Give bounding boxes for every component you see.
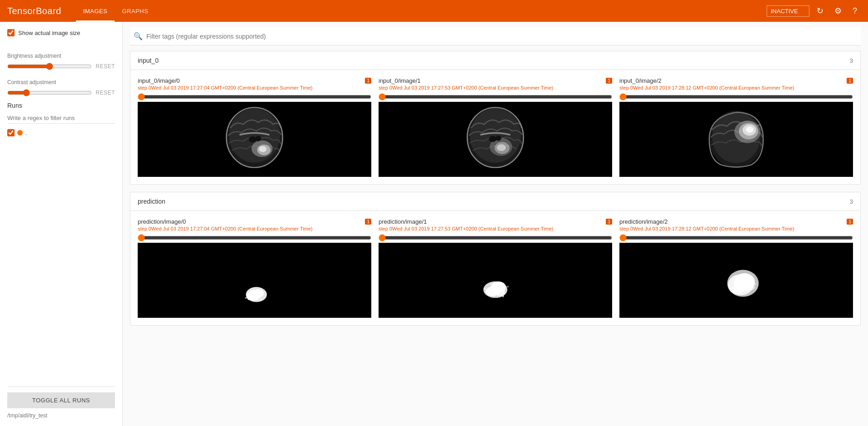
svg-rect-41 xyxy=(507,286,509,287)
svg-rect-55 xyxy=(754,283,757,285)
image-card-pred-1: prediction/image/1 1 step 0Wed Jul 03 20… xyxy=(379,218,612,318)
brightness-slider-row: RESET xyxy=(7,63,115,70)
step-slider-pred-0[interactable] xyxy=(138,234,371,241)
image-card-input-0-2: input_0/image/2 1 step 0Wed Jul 03 2019 … xyxy=(619,77,853,177)
nav-link-images[interactable]: IMAGES xyxy=(76,0,115,22)
section-input-0-count: 3 xyxy=(850,57,853,64)
image-badge-pred-0: 1 xyxy=(365,219,371,225)
section-input-0-images: input_0/image/0 1 step 0Wed Jul 03 2019 … xyxy=(130,70,860,184)
svg-rect-56 xyxy=(736,278,738,280)
svg-point-44 xyxy=(494,287,499,291)
svg-point-6 xyxy=(249,136,257,142)
brightness-label: Brightness adjustment xyxy=(7,53,115,59)
sidebar-footer: TOGGLE ALL RUNS /tmp/aidl/try_test xyxy=(7,386,115,419)
image-title-pred-2: prediction/image/2 1 xyxy=(619,218,853,225)
svg-point-14 xyxy=(497,144,506,151)
image-card-input-0-1: input_0/image/1 1 step 0Wed Jul 03 2019 … xyxy=(379,77,612,177)
pred-image-2 xyxy=(619,243,853,318)
brain-image-0-1 xyxy=(379,102,612,177)
brain-svg-0-0 xyxy=(138,102,371,177)
show-actual-size-label: Show actual image size xyxy=(18,30,80,36)
run-name: . xyxy=(25,130,27,136)
svg-point-51 xyxy=(745,276,754,284)
svg-point-7 xyxy=(255,136,261,141)
topnav-right: INACTIVE 30 sec 1 min 5 min ↻ ⚙ ? xyxy=(767,4,861,18)
runs-filter-input[interactable] xyxy=(7,113,115,124)
brightness-section: Brightness adjustment RESET xyxy=(7,45,115,72)
step-slider-0-1[interactable] xyxy=(379,93,612,100)
step-slider-0-2[interactable] xyxy=(619,93,853,100)
settings-button[interactable]: ⚙ xyxy=(831,4,845,18)
pred-svg-0 xyxy=(138,243,371,318)
svg-rect-31 xyxy=(248,299,249,300)
image-badge-0-1: 1 xyxy=(606,78,612,84)
image-title-input-0-2: input_0/image/2 1 xyxy=(619,77,853,84)
main-content: 🔍 input_0 3 input_0/image/0 1 step 0Wed … xyxy=(123,22,868,426)
search-icon: 🔍 xyxy=(134,32,143,40)
runs-label: Runs xyxy=(7,102,115,109)
svg-rect-32 xyxy=(262,291,264,292)
image-subtitle-pred-1: step 0Wed Jul 03 2019 17:27:53 GMT+0200 … xyxy=(379,226,612,231)
svg-rect-53 xyxy=(731,287,733,288)
image-title-input-0-1: input_0/image/1 1 xyxy=(379,77,612,84)
svg-point-24 xyxy=(746,126,753,132)
toggle-all-runs-button[interactable]: TOGGLE ALL RUNS xyxy=(7,392,115,408)
image-badge-pred-1: 1 xyxy=(606,219,612,225)
show-image-size-row: Show actual image size xyxy=(7,29,115,36)
section-prediction-count: 3 xyxy=(850,198,853,205)
layout: Show actual image size Brightness adjust… xyxy=(0,22,868,426)
image-title-pred-1: prediction/image/1 1 xyxy=(379,218,612,225)
image-badge-0-2: 1 xyxy=(847,78,853,84)
run-item: . xyxy=(7,129,115,136)
svg-rect-39 xyxy=(484,288,486,289)
image-card-pred-0: prediction/image/0 1 step 0Wed Jul 03 20… xyxy=(138,218,371,318)
image-title-input-0-0: input_0/image/0 1 xyxy=(138,77,371,84)
refresh-button[interactable]: ↻ xyxy=(813,4,827,18)
help-button[interactable]: ? xyxy=(849,5,861,18)
brain-image-0-0 xyxy=(138,102,371,177)
tag-filter-input[interactable] xyxy=(146,33,857,40)
sidebar: Show actual image size Brightness adjust… xyxy=(0,22,123,426)
step-slider-pred-1[interactable] xyxy=(379,234,612,241)
contrast-label: Contrast adjustment xyxy=(7,79,115,85)
section-prediction-images: prediction/image/0 1 step 0Wed Jul 03 20… xyxy=(130,211,860,325)
section-input-0: input_0 3 input_0/image/0 1 step 0Wed Ju… xyxy=(130,51,861,185)
run-path: /tmp/aidl/try_test xyxy=(7,412,47,419)
status-select-wrap: INACTIVE 30 sec 1 min 5 min xyxy=(767,5,809,17)
contrast-slider[interactable] xyxy=(7,89,92,96)
show-actual-size-checkbox[interactable] xyxy=(7,29,15,36)
svg-rect-54 xyxy=(733,291,734,293)
step-slider-pred-2[interactable] xyxy=(619,234,853,241)
svg-point-15 xyxy=(489,136,497,142)
svg-rect-40 xyxy=(487,293,489,295)
svg-rect-33 xyxy=(260,298,261,300)
topnav: TensorBoard IMAGES GRAPHS INACTIVE 30 se… xyxy=(0,0,868,22)
image-subtitle-0-0: step 0Wed Jul 03 2019 17:27:04 GMT+0200 … xyxy=(138,85,371,90)
filter-bar: 🔍 xyxy=(130,27,861,45)
brightness-reset-button[interactable]: RESET xyxy=(95,63,115,70)
run-checkbox[interactable] xyxy=(7,129,15,136)
status-select[interactable]: INACTIVE 30 sec 1 min 5 min xyxy=(767,5,809,17)
contrast-section: Contrast adjustment RESET xyxy=(7,72,115,98)
image-card-input-0-0: input_0/image/0 1 step 0Wed Jul 03 2019 … xyxy=(138,77,371,177)
image-badge-pred-2: 1 xyxy=(847,219,853,225)
section-prediction-header: prediction 3 xyxy=(130,192,860,211)
run-color-dot xyxy=(17,130,23,135)
contrast-reset-button[interactable]: RESET xyxy=(95,90,115,96)
section-prediction-title: prediction xyxy=(138,198,165,205)
nav-link-graphs[interactable]: GRAPHS xyxy=(115,0,155,22)
brain-svg-0-1 xyxy=(379,102,612,177)
image-title-pred-0: prediction/image/0 1 xyxy=(138,218,371,225)
brain-image-0-2 xyxy=(619,102,853,177)
section-prediction: prediction 3 prediction/image/0 1 step 0… xyxy=(130,192,861,326)
image-badge-0-0: 1 xyxy=(365,78,371,84)
pred-svg-2 xyxy=(619,243,853,318)
svg-rect-34 xyxy=(458,243,533,318)
brightness-slider[interactable] xyxy=(7,63,92,70)
svg-point-2 xyxy=(229,109,280,163)
svg-rect-43 xyxy=(490,283,491,284)
brain-svg-0-2 xyxy=(619,102,853,177)
step-slider-0-0[interactable] xyxy=(138,93,371,100)
app-brand: TensorBoard xyxy=(7,6,61,16)
svg-point-52 xyxy=(748,284,755,290)
